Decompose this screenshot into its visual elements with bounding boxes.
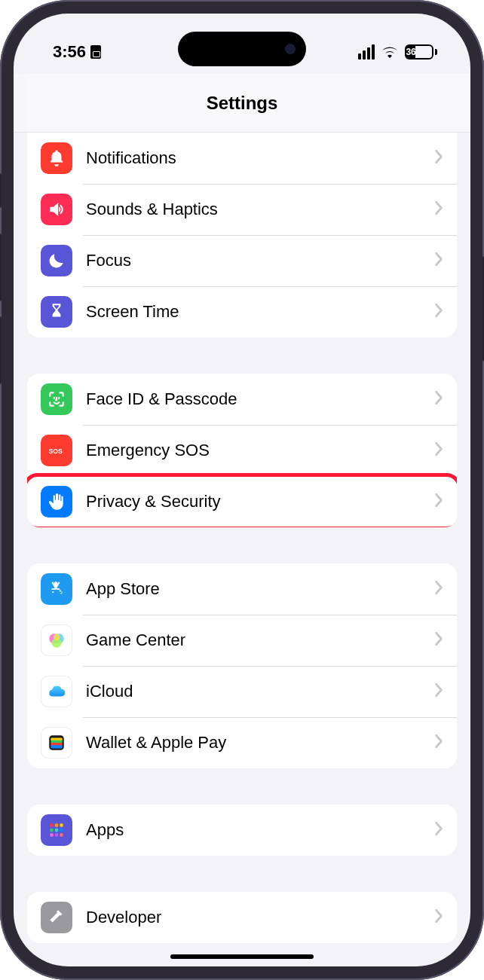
hourglass-icon: [41, 296, 72, 328]
svg-text:SOS: SOS: [48, 447, 63, 455]
svg-rect-9: [51, 745, 62, 748]
svg-rect-11: [55, 823, 58, 826]
settings-row-game-center[interactable]: Game Center: [27, 615, 457, 666]
settings-row-emergency-sos[interactable]: SOSEmergency SOS: [27, 425, 457, 476]
settings-row-wallet-apple-pay[interactable]: Wallet & Apple Pay: [27, 717, 457, 768]
volume-up-button: [0, 234, 2, 301]
hammer-icon: [41, 902, 72, 933]
chevron-right-icon: [434, 441, 443, 459]
gamecenter-icon: [41, 624, 72, 656]
chevron-right-icon: [434, 303, 443, 321]
sos-icon: SOS: [41, 435, 72, 466]
chevron-right-icon: [434, 908, 443, 927]
chevron-right-icon: [434, 149, 443, 167]
chevron-right-icon: [434, 580, 443, 598]
icloud-icon: [41, 676, 72, 707]
svg-point-4: [54, 633, 60, 640]
chevron-right-icon: [434, 200, 443, 218]
settings-row-app-store[interactable]: App Store: [27, 563, 457, 615]
wallet-icon: [41, 727, 72, 759]
settings-row-screen-time[interactable]: Screen Time: [27, 286, 457, 337]
settings-row-label: Game Center: [86, 630, 434, 650]
settings-row-label: Apps: [86, 820, 434, 840]
chevron-right-icon: [434, 734, 443, 752]
screen: 3:56 36 Settings NotificationsSounds & H…: [14, 14, 470, 966]
settings-row-label: Focus: [86, 251, 434, 270]
chevron-right-icon: [434, 682, 443, 701]
appstore-icon: [41, 573, 72, 605]
settings-row-label: Face ID & Passcode: [86, 389, 434, 409]
chevron-right-icon: [434, 252, 443, 270]
status-time: 3:56: [53, 42, 86, 62]
nav-header: Settings: [14, 74, 470, 133]
settings-row-label: Wallet & Apple Pay: [86, 733, 434, 753]
svg-rect-10: [50, 823, 53, 826]
side-button: [0, 173, 2, 208]
svg-rect-12: [60, 823, 63, 826]
svg-rect-14: [55, 829, 58, 832]
settings-list[interactable]: NotificationsSounds & HapticsFocusScreen…: [14, 133, 470, 966]
chevron-right-icon: [434, 390, 443, 408]
settings-group: Apps: [27, 804, 457, 856]
iphone-device-frame: 3:56 36 Settings NotificationsSounds & H…: [0, 0, 484, 980]
volume-down-button: [0, 316, 2, 384]
dynamic-island: [178, 32, 306, 66]
apps-grid-icon: [41, 814, 72, 846]
battery-indicator: 36: [405, 44, 437, 60]
cellular-signal-icon: [358, 44, 375, 60]
front-camera-icon: [285, 44, 296, 54]
settings-row-focus[interactable]: Focus: [27, 235, 457, 286]
page-title: Settings: [207, 93, 278, 114]
svg-rect-17: [55, 833, 58, 836]
moon-icon: [41, 245, 72, 276]
svg-rect-13: [50, 829, 53, 832]
svg-rect-18: [60, 833, 63, 836]
settings-row-privacy-security[interactable]: Privacy & Security: [27, 476, 457, 527]
settings-row-label: App Store: [86, 579, 434, 599]
chevron-right-icon: [434, 631, 443, 649]
speaker-icon: [41, 194, 72, 225]
chevron-right-icon: [434, 821, 443, 839]
settings-row-label: Notifications: [86, 148, 434, 168]
settings-group: NotificationsSounds & HapticsFocusScreen…: [27, 133, 457, 337]
settings-group: App StoreGame CenteriCloudWallet & Apple…: [27, 563, 457, 768]
hand-icon: [41, 486, 72, 517]
bell-icon: [41, 142, 72, 174]
chevron-right-icon: [434, 493, 443, 511]
settings-row-label: iCloud: [86, 682, 434, 701]
settings-row-label: Emergency SOS: [86, 441, 434, 460]
settings-row-label: Sounds & Haptics: [86, 200, 434, 219]
settings-row-developer[interactable]: Developer: [27, 892, 457, 943]
settings-row-label: Privacy & Security: [86, 492, 434, 511]
settings-row-sounds-haptics[interactable]: Sounds & Haptics: [27, 184, 457, 235]
home-indicator[interactable]: [170, 954, 314, 959]
settings-row-icloud[interactable]: iCloud: [27, 666, 457, 717]
svg-rect-15: [60, 829, 63, 832]
settings-group: Developer: [27, 892, 457, 943]
settings-row-face-id-passcode[interactable]: Face ID & Passcode: [27, 374, 457, 425]
settings-row-label: Developer: [86, 908, 434, 927]
settings-row-apps[interactable]: Apps: [27, 804, 457, 856]
settings-row-notifications[interactable]: Notifications: [27, 133, 457, 184]
settings-group: Face ID & PasscodeSOSEmergency SOSPrivac…: [27, 374, 457, 527]
faceid-icon: [41, 383, 72, 415]
sim-card-icon: [90, 45, 101, 59]
battery-percentage: 36: [406, 46, 415, 58]
wifi-icon: [381, 43, 399, 62]
svg-rect-16: [50, 833, 53, 836]
settings-row-label: Screen Time: [86, 302, 434, 322]
